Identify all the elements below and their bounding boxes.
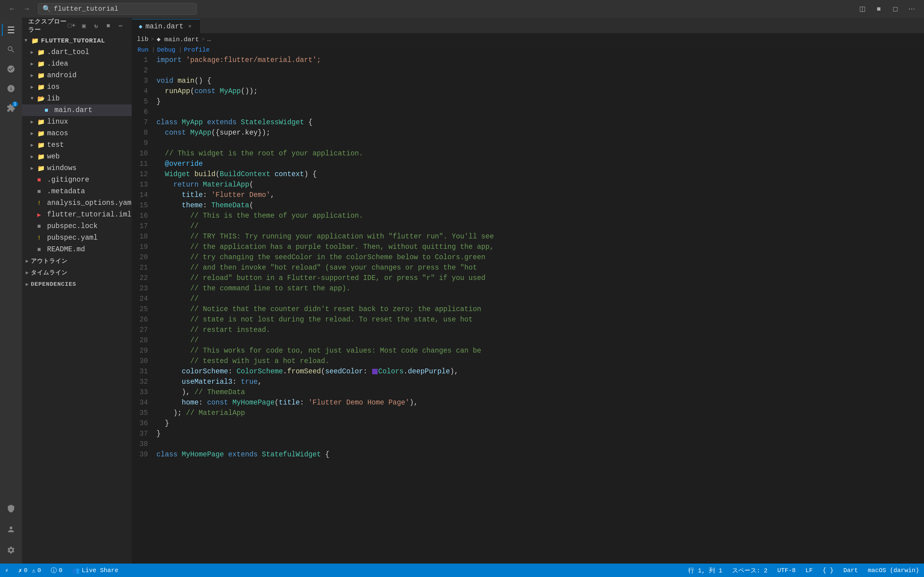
warning-icon: ⚠	[32, 567, 36, 574]
status-remote-btn[interactable]: ⚡	[0, 564, 13, 577]
run-link[interactable]: Run	[137, 47, 149, 53]
activity-extensions[interactable]: 1	[2, 99, 20, 117]
file-main-dart[interactable]: ■ main.dart	[22, 105, 132, 116]
warn-file-icon: !	[37, 234, 45, 242]
activity-explorer[interactable]	[2, 21, 20, 39]
folder-idea[interactable]: ▶ 📁 .idea	[22, 58, 132, 69]
chevron-down-icon: ▼	[24, 38, 31, 44]
code-line-23: // the command line to start the app).	[157, 283, 882, 294]
status-position[interactable]: 行 1, 列 1	[683, 564, 727, 577]
file-name: flutter_tutorial.iml	[47, 211, 131, 219]
file-analysis-options[interactable]: ! analysis_options.yaml	[22, 197, 132, 209]
folder-lib[interactable]: ▼ 📂 lib	[22, 93, 132, 105]
code-line-24: //	[157, 294, 882, 304]
collapse-all-btn[interactable]: ■	[103, 21, 113, 31]
breadcrumb-lib[interactable]: lib	[137, 36, 149, 43]
more-actions-btn[interactable]: ⋯	[116, 21, 126, 31]
chevron-right-icon: ▶	[31, 119, 37, 125]
code-line-21: // and then invoke "hot reload" (save yo…	[157, 263, 882, 273]
status-info[interactable]: ⓘ 0	[46, 564, 67, 577]
search-bar[interactable]: 🔍 flutter_tutorial	[38, 3, 197, 15]
activity-debug[interactable]	[2, 79, 20, 98]
code-line-26: // state is not lost during the reload. …	[157, 314, 882, 325]
forward-button[interactable]: →	[21, 3, 33, 15]
run-debug-bar: Run | Debug | Profile	[132, 45, 924, 54]
titlebar-right: ◫ ■ ◻ ⋯	[856, 3, 918, 15]
folder-name: .idea	[47, 60, 68, 68]
refresh-btn[interactable]: ↻	[91, 21, 101, 31]
status-spaces[interactable]: スペース: 2	[727, 564, 772, 577]
folder-test[interactable]: ▶ 📁 test	[22, 139, 132, 151]
new-folder-btn[interactable]: ▣	[79, 21, 89, 31]
activity-remote[interactable]	[2, 500, 20, 518]
live-share-icon: 👥	[72, 567, 80, 574]
tab-main-dart[interactable]: ◆ main.dart ×	[132, 19, 200, 33]
status-feedback[interactable]: { }	[818, 564, 838, 577]
folder-android[interactable]: ▶ 📁 android	[22, 69, 132, 81]
folder-name: windows	[47, 164, 77, 172]
root-folder[interactable]: ▼ 📁 FLUTTER_TUTORIAL	[22, 35, 132, 47]
status-encoding[interactable]: UTF-8	[772, 564, 801, 577]
code-line-35: ); // MaterialApp	[157, 408, 882, 418]
file-pubspec-yaml[interactable]: ! pubspec.yaml	[22, 232, 132, 243]
file-name: main.dart	[54, 106, 92, 114]
folder-ios[interactable]: ▶ 📁 ios	[22, 81, 132, 93]
code-line-28: //	[157, 335, 882, 346]
folder-web[interactable]: ▶ 📁 web	[22, 151, 132, 163]
folder-name: linux	[47, 118, 68, 126]
minimap	[882, 54, 919, 564]
error-count: 0	[24, 567, 27, 574]
debug-link[interactable]: Debug	[157, 47, 175, 53]
profile-link[interactable]: Profile	[184, 47, 210, 53]
git-file-icon: ■	[37, 176, 45, 184]
folder-windows[interactable]: ▶ 📁 windows	[22, 163, 132, 174]
dart-file-icon: ■	[45, 107, 53, 114]
breadcrumb-file[interactable]: ◆ main.dart	[157, 35, 199, 43]
file-metadata[interactable]: ■ .metadata	[22, 185, 132, 197]
breadcrumb-symbol[interactable]: …	[207, 36, 211, 43]
warning-count: 0	[37, 567, 41, 574]
chevron-right-icon: ▶	[31, 84, 37, 90]
activity-git[interactable]	[2, 60, 20, 78]
status-live-share[interactable]: 👥 Live Share	[67, 564, 123, 577]
folder-icon: 📁	[31, 37, 39, 45]
activity-account[interactable]	[2, 520, 20, 538]
tab-close-btn[interactable]: ×	[186, 23, 193, 30]
code-editor[interactable]: import 'package:flutter/material.dart'; …	[154, 54, 882, 564]
file-tree: ▼ 📁 FLUTTER_TUTORIAL ▶ 📁 .dart_tool ▶ 📁 …	[22, 34, 132, 564]
folder-linux[interactable]: ▶ 📁 linux	[22, 116, 132, 127]
new-file-btn[interactable]: □+	[67, 21, 77, 31]
chevron-right-icon: ▶	[26, 258, 29, 264]
code-line-33: ), // ThemeData	[157, 387, 882, 398]
color-swatch	[372, 369, 378, 374]
info-icon: ⓘ	[51, 566, 57, 575]
timeline-panel[interactable]: ▶ タイムライン	[22, 267, 132, 279]
back-button[interactable]: ←	[6, 3, 18, 15]
file-name: pubspec.lock	[47, 222, 98, 230]
folder-macos[interactable]: ▶ 📁 macos	[22, 127, 132, 139]
dependencies-panel[interactable]: ▶ DEPENDENCIES	[22, 279, 132, 290]
activity-search[interactable]	[2, 40, 20, 59]
scrollbar[interactable]	[919, 54, 924, 564]
outline-panel[interactable]: ▶ アウトライン	[22, 255, 132, 267]
folder-dart-tool[interactable]: ▶ 📁 .dart_tool	[22, 47, 132, 58]
timeline-label: タイムライン	[31, 269, 68, 277]
file-readme[interactable]: ■ README.md	[22, 243, 132, 255]
chevron-right-icon: ▶	[26, 269, 29, 276]
code-line-5: }	[157, 97, 882, 107]
file-gitignore[interactable]: ■ .gitignore	[22, 174, 132, 185]
status-language[interactable]: Dart	[838, 564, 863, 577]
layout-button[interactable]: ◫	[856, 3, 868, 15]
status-errors[interactable]: ✗ 0 ⚠ 0	[13, 564, 46, 577]
sidebar-actions: □+ ▣ ↻ ■ ⋯	[67, 21, 126, 31]
status-os[interactable]: macOS (darwin)	[863, 564, 924, 577]
file-iml[interactable]: ▶ flutter_tutorial.iml	[22, 209, 132, 221]
code-line-29: // This works for code too, not just val…	[157, 346, 882, 356]
file-pubspec-lock[interactable]: ■ pubspec.lock	[22, 221, 132, 232]
more-button[interactable]: ⋯	[906, 3, 918, 15]
code-line-14: title: 'Flutter Demo',	[157, 190, 882, 200]
activity-settings[interactable]	[2, 541, 20, 559]
panel-toggle-button[interactable]: ◻	[889, 3, 901, 15]
status-line-ending[interactable]: LF	[801, 564, 818, 577]
sidebar-toggle-button[interactable]: ■	[873, 3, 885, 15]
